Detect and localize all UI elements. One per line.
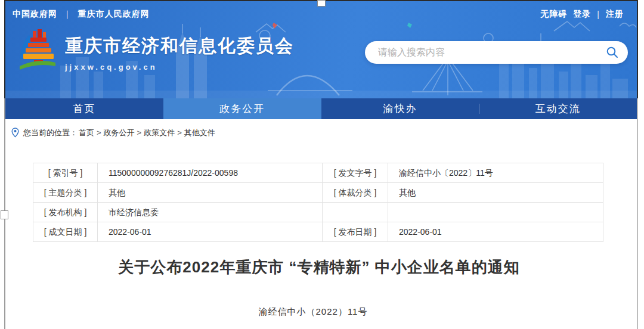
- meta-value-genre-category: 其他: [388, 183, 603, 203]
- kite-decoration-icon: [273, 23, 412, 29]
- meta-value-publish-date: 2022-06-01: [388, 222, 603, 242]
- article-title: 关于公布2022年重庆市 “专精特新” 中小企业名单的通知: [18, 257, 620, 278]
- gov-links: 中国政府网 ｜ 重庆市人民政府网: [13, 9, 150, 20]
- document-meta-table: [ 索引号 ] 11500000009276281J/2022-00598 [ …: [33, 163, 603, 242]
- link-accessibility[interactable]: 无障碍: [540, 9, 567, 20]
- meta-value-index-number: 11500000009276281J/2022-00598: [98, 163, 323, 183]
- top-links-bar: 中国政府网 ｜ 重庆市人民政府网 无障碍 登录 | 注册: [13, 9, 624, 20]
- link-register[interactable]: 注册: [606, 9, 624, 20]
- breadcrumb-item-other-files[interactable]: 其他文件: [184, 128, 215, 138]
- link-china-gov[interactable]: 中国政府网: [13, 9, 57, 20]
- search-box: [365, 41, 628, 64]
- account-links-separator: |: [597, 10, 600, 19]
- breadcrumb-item-gov-affairs[interactable]: 政务公开: [104, 128, 135, 138]
- meta-value-empty: [388, 203, 603, 222]
- emblem-building-icon: [18, 29, 57, 75]
- brand-text: 重庆市经济和信息化委员会 jjxxw.cq.gov.cn: [65, 34, 294, 72]
- top-links-separator: ｜: [63, 9, 72, 20]
- search-icon[interactable]: [606, 46, 619, 59]
- meta-value-topic-category: 其他: [98, 183, 323, 203]
- site-logo[interactable]: 重庆市经济和信息化委员会 jjxxw.cq.gov.cn: [18, 29, 294, 75]
- site-header: 中国政府网 ｜ 重庆市人民政府网 无障碍 登录 | 注册: [5, 1, 637, 98]
- breadcrumb-prefix: 您当前的位置：: [23, 128, 78, 138]
- breadcrumb-separator: >: [177, 128, 182, 137]
- meta-value-doc-symbol: 渝经信中小〔2022〕11号: [388, 163, 603, 183]
- meta-label-topic-category: [ 主题分类 ]: [33, 183, 98, 203]
- search-input[interactable]: [377, 46, 606, 58]
- site-url: jjxxw.cq.gov.cn: [65, 63, 294, 72]
- meta-label-index-number: [ 索引号 ]: [33, 163, 98, 183]
- meta-label-genre-category: [ 体裁分类 ]: [323, 183, 388, 203]
- breadcrumb-separator: >: [97, 128, 101, 137]
- breadcrumb: 您当前的位置： 首页 > 政务公开 > 政策文件 > 其他文件: [6, 120, 637, 145]
- site-name: 重庆市经济和信息化委员会: [65, 34, 294, 58]
- breadcrumb-item-policy-files[interactable]: 政策文件: [144, 128, 175, 138]
- link-chongqing-gov[interactable]: 重庆市人民政府网: [78, 9, 150, 20]
- nav-item-home[interactable]: 首页: [5, 98, 163, 119]
- main-nav: 首页 政务公开 渝快办 互动交流: [5, 98, 637, 119]
- nav-item-interaction[interactable]: 互动交流: [479, 98, 637, 119]
- article-doc-number: 渝经信中小（2022）11号: [0, 306, 626, 318]
- page: 中国政府网 ｜ 重庆市人民政府网 无障碍 登录 | 注册: [0, 0, 644, 329]
- meta-label-issuing-agency: [ 发布机构 ]: [33, 203, 98, 222]
- image-resize-handle-left[interactable]: [1, 210, 8, 219]
- account-links: 无障碍 登录 | 注册: [540, 9, 624, 20]
- location-pin-icon: [11, 128, 19, 138]
- breadcrumb-item-home[interactable]: 首页: [79, 128, 94, 138]
- breadcrumb-separator: >: [137, 128, 142, 137]
- meta-value-issuing-agency: 市经济信息委: [98, 203, 323, 222]
- image-resize-handle-top[interactable]: [317, 0, 326, 7]
- nav-item-gov-affairs[interactable]: 政务公开: [163, 98, 321, 119]
- meta-label-doc-symbol: [ 发文字号 ]: [323, 163, 388, 183]
- meta-label-empty: [323, 203, 388, 222]
- screenshot-border-left: [4, 0, 5, 329]
- screenshot-border-right: [637, 0, 638, 329]
- nav-item-yukuaiban[interactable]: 渝快办: [321, 98, 479, 119]
- meta-label-publish-date: [ 发布日期 ]: [323, 222, 388, 242]
- meta-label-written-date: [ 成文日期 ]: [33, 222, 98, 242]
- link-login[interactable]: 登录: [573, 9, 591, 20]
- meta-value-written-date: 2022-06-01: [98, 222, 323, 242]
